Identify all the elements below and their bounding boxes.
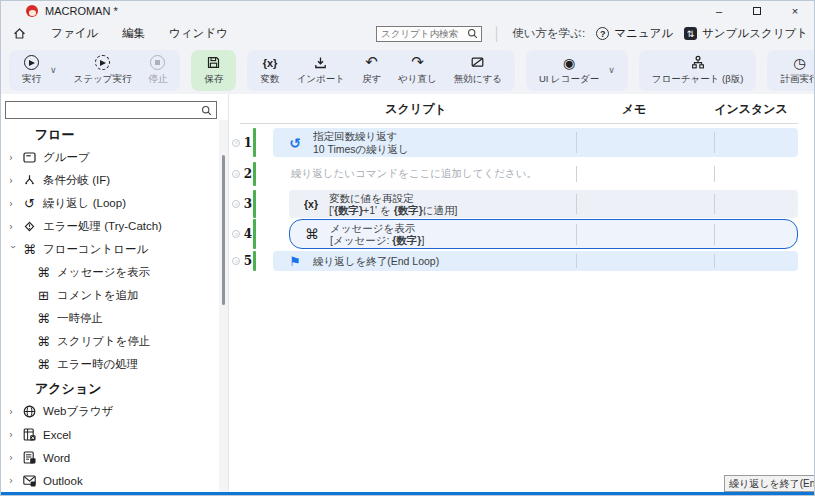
column-instance: インスタンス: [714, 101, 788, 118]
row-content: ⌘ メッセージを表示 [メッセージ: {数字}]: [257, 219, 798, 249]
sidebar-item-trycatch[interactable]: › エラー処理 (Try-Catch): [1, 215, 219, 238]
row-number: 3: [241, 197, 252, 211]
sidebar-item-web[interactable]: › Webブラウザ: [1, 400, 219, 423]
ui-recorder-button[interactable]: ◉ UI レコーダー: [539, 54, 599, 86]
sidebar-item-outlook[interactable]: › Outlook: [1, 469, 219, 492]
chevron-right-icon[interactable]: ›: [9, 429, 20, 440]
row-content: ⚑ 繰り返しを終了(End Loop): [257, 251, 798, 271]
columns-header: スクリプト メモ インスタンス: [230, 94, 815, 123]
chevron-right-icon[interactable]: ›: [9, 221, 20, 232]
word-icon: [22, 450, 37, 465]
sidebar-item-label: Excel: [43, 429, 71, 441]
sidebar-item-pause[interactable]: ⌘ 一時停止: [1, 307, 219, 330]
sidebar: フロー › グループ › 条件分岐 (IF) › ↺ 繰り返し (Loop) ›…: [1, 94, 229, 494]
flowchart-button[interactable]: フローチャート (β版): [652, 54, 744, 86]
sidebar-item-label: 繰り返し (Loop): [43, 196, 126, 211]
disable-button[interactable]: 無効にする: [454, 54, 502, 86]
search-icon: [201, 105, 212, 116]
step-run-button[interactable]: ステップ実行: [74, 54, 132, 86]
chevron-right-icon[interactable]: ›: [9, 452, 20, 463]
save-button[interactable]: 保存: [204, 54, 223, 86]
menu-window[interactable]: ウィンドウ: [169, 26, 228, 41]
breakpoint-toggle[interactable]: [232, 170, 240, 178]
sidebar-search-box[interactable]: [5, 101, 217, 119]
run-button[interactable]: 実行: [22, 54, 41, 86]
command-subtitle: ['{数字}+1' を {数字}に適用]: [329, 204, 458, 217]
sample-scripts-link[interactable]: ⇅ サンプルスクリプト: [684, 26, 808, 41]
stop-button: 停止: [148, 54, 167, 86]
memo-divider: [576, 254, 577, 268]
app-window: MACROMAN * – × ファイル 編集 ウィンドウ │ 使い方を学ぶ:: [0, 0, 815, 496]
learn-label: 使い方を学ぶ:: [512, 26, 585, 41]
command-title: 指定回数繰り返す: [313, 130, 409, 143]
close-button[interactable]: ×: [776, 1, 814, 21]
scheduled-run-button[interactable]: ◷ 計画実行: [780, 54, 815, 86]
sidebar-item-stop-script[interactable]: ⌘ スクリプトを停止: [1, 330, 219, 353]
menu-edit[interactable]: 編集: [122, 26, 145, 41]
script-search-box[interactable]: [376, 26, 482, 42]
chevron-right-icon[interactable]: ›: [9, 406, 20, 417]
show-message-card[interactable]: ⌘ メッセージを表示 [メッセージ: {数字}]: [289, 219, 798, 249]
loop-icon: ↺: [286, 135, 304, 151]
ui-recorder-caret[interactable]: ∨: [608, 65, 615, 75]
sidebar-item-excel[interactable]: › Excel: [1, 423, 219, 446]
row-content: 繰り返したいコマンドをここに追加してください。: [257, 162, 798, 186]
script-search-input[interactable]: [381, 28, 467, 39]
chevron-right-icon[interactable]: ›: [9, 198, 20, 209]
branch-icon: [22, 173, 37, 188]
script-row-4-selected[interactable]: 4 ⌘ メッセージを表示 [メッセージ: {数字}]: [230, 219, 815, 249]
sidebar-item-loop[interactable]: › ↺ 繰り返し (Loop): [1, 192, 219, 215]
sidebar-item-flowcontrol[interactable]: › ⌘ フローコントロール: [1, 238, 219, 261]
row-content: ↺ 指定回数繰り返す 10 Timesの繰り返し: [257, 128, 798, 157]
script-row-1[interactable]: 1 ↺ 指定回数繰り返す 10 Timesの繰り返し: [230, 128, 815, 157]
variables-button[interactable]: {x} 変数: [260, 54, 279, 86]
breakpoint-toggle[interactable]: [232, 139, 240, 147]
row-gutter: 1: [230, 128, 257, 157]
row-number: 4: [241, 227, 252, 241]
set-variable-card[interactable]: {x} 変数に値を再設定 ['{数字}+1' を {数字}に適用]: [289, 190, 798, 218]
memo-divider: [576, 224, 577, 245]
row-gutter: 4: [230, 219, 257, 249]
redo-button[interactable]: ↷ やり直し: [398, 54, 437, 86]
breakpoint-toggle[interactable]: [232, 257, 240, 265]
run-options-caret[interactable]: ∨: [50, 65, 57, 75]
script-row-2[interactable]: 2 繰り返したいコマンドをここに追加してください。: [230, 162, 815, 186]
sidebar-scrollbar-thumb[interactable]: [222, 155, 225, 305]
instance-divider: [714, 132, 715, 152]
home-button[interactable]: [12, 26, 27, 41]
sidebar-item-add-comment[interactable]: ⊞ コメントを追加: [1, 284, 219, 307]
script-panel: スクリプト メモ インスタンス 1 ↺ 指定回数繰り返す 10 Ti: [230, 94, 815, 494]
command-icon: ⌘: [36, 357, 51, 372]
run-indicator-bar: [253, 219, 256, 249]
outlook-mail-icon: [22, 473, 37, 488]
loop-end-card[interactable]: ⚑ 繰り返しを終了(End Loop): [273, 251, 798, 271]
sidebar-item-show-message[interactable]: ⌘ メッセージを表示: [1, 261, 219, 284]
minimize-button[interactable]: –: [700, 1, 738, 21]
menu-file[interactable]: ファイル: [51, 26, 98, 41]
row-gutter: 3: [230, 190, 257, 218]
sidebar-item-if[interactable]: › 条件分岐 (IF): [1, 169, 219, 192]
undo-button[interactable]: ↶ 戻す: [362, 54, 381, 86]
sidebar-item-word[interactable]: › Word: [1, 446, 219, 469]
run-indicator-bar: [253, 162, 256, 186]
chevron-down-icon[interactable]: ›: [8, 245, 19, 256]
sidebar-item-on-error[interactable]: ⌘ エラー時の処理: [1, 353, 219, 376]
globe-icon: [22, 404, 37, 419]
sidebar-scrollbar-track[interactable]: [219, 120, 228, 494]
chevron-right-icon[interactable]: ›: [9, 475, 20, 486]
breakpoint-toggle[interactable]: [232, 200, 240, 208]
script-row-5[interactable]: 5 ⚑ 繰り返しを終了(End Loop): [230, 251, 815, 271]
maximize-button[interactable]: [738, 1, 776, 21]
chevron-right-icon[interactable]: ›: [9, 152, 20, 163]
sidebar-search-input[interactable]: [10, 104, 201, 116]
breakpoint-toggle[interactable]: [232, 230, 240, 238]
sidebar-item-group[interactable]: › グループ: [1, 146, 219, 169]
command-title: 変数に値を再設定: [329, 192, 458, 205]
loop-start-card[interactable]: ↺ 指定回数繰り返す 10 Timesの繰り返し: [273, 128, 798, 157]
script-row-3[interactable]: 3 {x} 変数に値を再設定 ['{数字}+1' を {数字}に適用]: [230, 190, 815, 218]
command-icon: ⌘: [22, 242, 37, 257]
import-button[interactable]: インポート: [296, 54, 344, 86]
chevron-right-icon[interactable]: ›: [9, 175, 20, 186]
toolbar-group-settings: ◷ 計画実行 ⚙ 設定: [767, 50, 815, 91]
manual-link[interactable]: ? マニュアル: [596, 26, 673, 41]
